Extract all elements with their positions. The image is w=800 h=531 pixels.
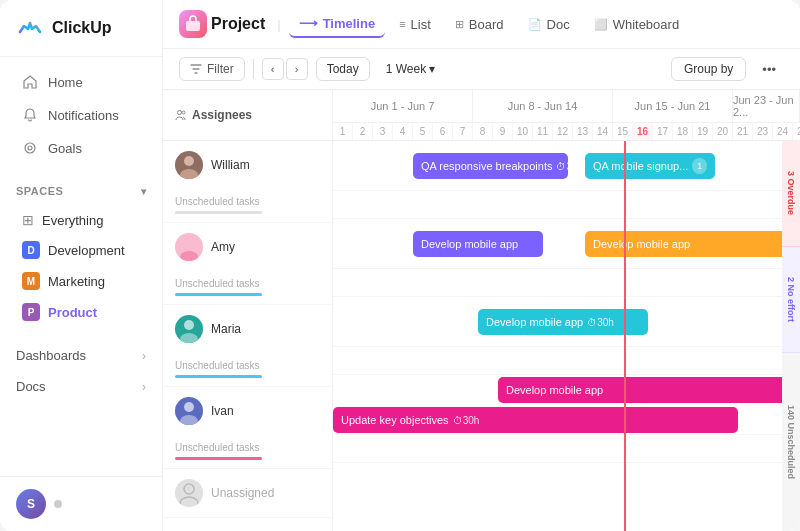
week-jun23: Jun 23 - Jun 2... [733, 90, 800, 122]
avatar-amy [175, 233, 203, 261]
gantt-body: William Unscheduled tasks Amy [163, 141, 800, 531]
home-icon [22, 74, 38, 90]
sidebar-item-home[interactable]: Home [6, 66, 156, 98]
tab-list[interactable]: ≡ List [389, 12, 441, 37]
unscheduled-maria: Unscheduled tasks [163, 353, 332, 386]
assignee-row-william: William Unscheduled tasks [163, 141, 332, 223]
sidebar-item-everything[interactable]: ⊞ Everything [6, 206, 156, 234]
assignee-name-william: William [211, 158, 250, 172]
maria-unscheduled-row [333, 347, 800, 375]
day-21: 21 [733, 123, 753, 140]
today-button[interactable]: Today [316, 57, 370, 81]
day-25: 25 [793, 123, 800, 140]
gantt-right-col: QA responsive breakpoints ⏱30h QA mobile… [333, 141, 800, 531]
next-arrow-button[interactable]: › [286, 58, 308, 80]
assignee-info-ivan: Ivan [163, 387, 332, 435]
assignee-info-amy: Amy [163, 223, 332, 271]
day-7: 7 [453, 123, 473, 140]
more-options-button[interactable]: ••• [754, 58, 784, 81]
svg-point-10 [180, 333, 198, 343]
sidebar-item-dashboards[interactable]: Dashboards › [0, 340, 162, 371]
unscheduled-label-maria: Unscheduled tasks [175, 360, 260, 371]
unscheduled-label-side[interactable]: 140 Unscheduled [782, 353, 800, 531]
logo-area: ClickUp [0, 0, 162, 57]
avatar-unassigned [175, 479, 203, 507]
task-bar-qa-responsive[interactable]: QA responsive breakpoints ⏱30h [413, 153, 568, 179]
task-bar-ivan-mobile[interactable]: Develop mobile app [498, 377, 800, 403]
task-bar-amy-mobile-2[interactable]: Develop mobile app [585, 231, 800, 257]
avatar-ivan [175, 397, 203, 425]
tab-doc[interactable]: 📄 Doc [518, 12, 580, 37]
sidebar-item-docs[interactable]: Docs › [0, 371, 162, 402]
user-avatar[interactable]: S [16, 489, 46, 519]
week-selector[interactable]: 1 Week ▾ [378, 58, 443, 80]
today-indicator [624, 141, 626, 531]
weeks-row: Jun 1 - Jun 7 Jun 8 - Jun 14 Jun 15 - Ju… [333, 90, 800, 123]
sidebar-item-product[interactable]: P Product [6, 297, 156, 327]
william-task-row: QA responsive breakpoints ⏱30h QA mobile… [333, 141, 800, 191]
avatar-maria [175, 315, 203, 343]
day-2: 2 [353, 123, 373, 140]
task-bar-maria-mobile[interactable]: Develop mobile app ⏱30h [478, 309, 648, 335]
filter-button[interactable]: Filter [179, 57, 245, 81]
sidebar-item-marketing[interactable]: M Marketing [6, 266, 156, 296]
assignee-row-unassigned: Unassigned [163, 469, 332, 518]
svg-point-4 [182, 111, 185, 114]
overdue-label[interactable]: 3 Overdue [782, 141, 800, 247]
development-label: Development [48, 243, 125, 258]
spaces-section: Spaces ▾ [0, 173, 162, 205]
svg-point-13 [184, 484, 194, 494]
docs-label: Docs [16, 379, 46, 394]
task-label: Update key objectives [341, 414, 449, 426]
week-chevron: ▾ [429, 62, 435, 76]
assignee-row-maria: Maria Unscheduled tasks [163, 305, 332, 387]
svg-point-1 [28, 146, 32, 150]
assignee-info-william: William [163, 141, 332, 189]
spaces-header[interactable]: Spaces ▾ [16, 185, 146, 197]
prev-arrow-button[interactable]: ‹ [262, 58, 284, 80]
sidebar-item-notifications[interactable]: Notifications [6, 99, 156, 131]
whiteboard-tab-label: Whiteboard [613, 17, 679, 32]
unscheduled-label-william: Unscheduled tasks [175, 196, 260, 207]
svg-point-9 [184, 320, 194, 330]
main-content: Project | ⟶ Timeline ≡ List ⊞ Board 📄 Do… [163, 0, 800, 531]
unscheduled-bar-ivan [175, 457, 262, 460]
group-by-button[interactable]: Group by [671, 57, 746, 81]
task-time: ⏱30h [453, 415, 480, 426]
assignees-icon [175, 109, 187, 121]
tab-whiteboard[interactable]: ⬜ Whiteboard [584, 12, 689, 37]
task-bar-update-objectives[interactable]: Update key objectives ⏱30h [333, 407, 738, 433]
day-9: 9 [493, 123, 513, 140]
unscheduled-william: Unscheduled tasks [163, 189, 332, 222]
task-bar-qa-mobile[interactable]: QA mobile signup... 1 [585, 153, 715, 179]
sidebar-item-development[interactable]: D Development [6, 235, 156, 265]
everything-icon: ⊞ [22, 212, 34, 228]
svg-point-3 [178, 111, 182, 115]
assignee-name-maria: Maria [211, 322, 241, 336]
task-label: Develop mobile app [506, 384, 603, 396]
everything-label: Everything [42, 213, 103, 228]
day-8: 8 [473, 123, 493, 140]
day-10: 10 [513, 123, 533, 140]
day-13: 13 [573, 123, 593, 140]
goals-label: Goals [48, 141, 82, 156]
maria-task-row: Develop mobile app ⏱30h [333, 297, 800, 347]
tab-timeline[interactable]: ⟶ Timeline [289, 11, 386, 38]
doc-tab-icon: 📄 [528, 18, 542, 31]
whiteboard-tab-icon: ⬜ [594, 18, 608, 31]
no-effort-label[interactable]: 2 No effort [782, 247, 800, 353]
tab-board[interactable]: ⊞ Board [445, 12, 514, 37]
svg-point-6 [180, 169, 198, 179]
day-16: 16 [633, 123, 653, 140]
unscheduled-label-ivan: Unscheduled tasks [175, 442, 260, 453]
topbar: Project | ⟶ Timeline ≡ List ⊞ Board 📄 Do… [163, 0, 800, 49]
week-label: 1 Week [386, 62, 426, 76]
gantt-chart: Assignees Jun 1 - Jun 7 Jun 8 - Jun 14 J… [163, 90, 800, 531]
day-1: 1 [333, 123, 353, 140]
task-label: Develop mobile app [486, 316, 583, 328]
product-label: Product [48, 305, 97, 320]
ivan-update-row: Update key objectives ⏱30h [333, 405, 800, 435]
task-bar-amy-mobile-1[interactable]: Develop mobile app [413, 231, 543, 257]
sidebar-item-goals[interactable]: Goals [6, 132, 156, 164]
side-labels: 3 Overdue 2 No effort 140 Unscheduled [782, 141, 800, 531]
